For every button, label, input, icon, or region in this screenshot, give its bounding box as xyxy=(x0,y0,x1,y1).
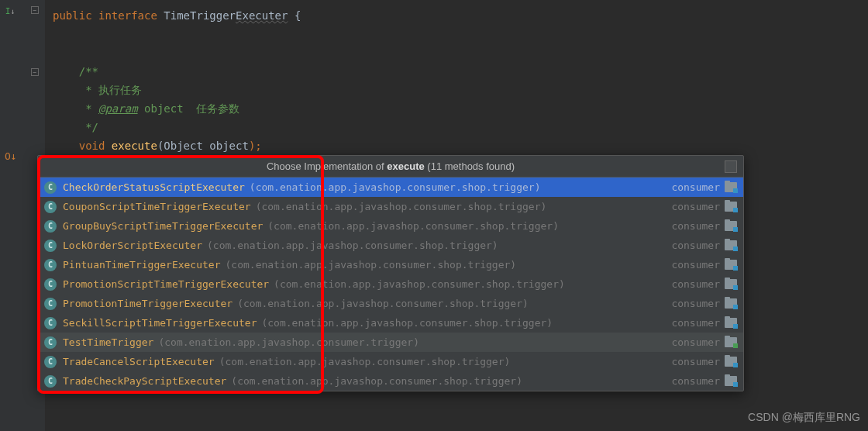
class-icon: C xyxy=(44,317,57,329)
implementation-package: (com.enation.app.javashop.consumer.shop.… xyxy=(231,375,522,387)
open-brace: { xyxy=(288,9,301,22)
module-name: consumer xyxy=(671,181,720,193)
implementation-class-name: CheckOrderStatusScriptExecuter xyxy=(63,181,245,193)
code-method-line: void execute(Object object); xyxy=(53,136,860,155)
implementation-class-name: PromotionTimeTriggerExecuter xyxy=(63,298,232,309)
implementation-package: (com.enation.app.javashop.consumer.shop.… xyxy=(226,259,517,271)
popup-title-method: execute xyxy=(387,160,424,172)
implementation-package: (com.enation.app.javashop.consumer.shop.… xyxy=(256,201,547,212)
implementation-item[interactable]: CLockOrderScriptExecuter(com.enation.app… xyxy=(38,236,743,255)
implementation-package: (com.enation.app.javashop.consumer.shop.… xyxy=(250,181,541,193)
class-icon: C xyxy=(44,259,57,271)
code-line: public interface TimeTriggerExecuter { xyxy=(53,6,860,25)
method-end: ); xyxy=(249,140,262,152)
fold-toggle-icon[interactable]: − xyxy=(31,68,39,76)
implementation-class-name: TestTimeTrigger xyxy=(63,336,153,348)
code-comment-line: * 执行任务 xyxy=(53,81,860,99)
folder-icon xyxy=(725,357,737,367)
popup-title-suffix: (11 methods found) xyxy=(425,160,515,172)
implementation-class-name: SeckillScriptTimeTriggerExecuter xyxy=(63,317,257,329)
method-name-text: execute xyxy=(105,140,157,152)
param-type: (Object xyxy=(157,140,209,152)
class-name-text: TimeTrigger xyxy=(164,9,236,22)
item-right-container: consumer xyxy=(671,336,737,348)
javadoc-close: */ xyxy=(79,121,98,133)
folder-icon xyxy=(725,298,737,309)
module-name: consumer xyxy=(671,336,720,348)
popup-title-prefix: Choose Implementation of xyxy=(267,160,387,172)
javadoc-desc: * 执行任务 xyxy=(79,84,142,96)
keyword-void: void xyxy=(79,140,105,152)
implementation-class-name: PromotionScriptTimeTriggerExecuter xyxy=(63,278,269,290)
class-icon: C xyxy=(44,181,57,194)
class-icon: C xyxy=(44,356,57,368)
implementation-item[interactable]: CPromotionScriptTimeTriggerExecuter(com.… xyxy=(38,274,743,294)
implementation-package: (com.enation.app.javashop.consumer.trigg… xyxy=(158,336,419,348)
module-name: consumer xyxy=(671,375,720,387)
javadoc-param-name: object xyxy=(138,102,184,115)
implementation-class-name: TradeCancelScriptExecuter xyxy=(63,356,215,367)
override-method-gutter-icon[interactable]: O↓ xyxy=(5,150,16,162)
module-name: consumer xyxy=(671,201,720,212)
folder-icon xyxy=(725,376,737,386)
implementation-item[interactable]: CPintuanTimeTriggerExecuter(com.enation.… xyxy=(38,255,743,274)
code-comment-line: * @param object 任务参数 xyxy=(53,99,860,118)
implementation-class-name: LockOrderScriptExecuter xyxy=(63,240,202,251)
class-name-underlined: Executer xyxy=(236,9,288,22)
implementation-package: (com.enation.app.javashop.consumer.shop.… xyxy=(274,278,565,290)
folder-icon xyxy=(725,337,737,347)
implementation-item[interactable]: CCouponScriptTimeTriggerExecuter(com.ena… xyxy=(38,197,743,216)
javadoc-open: /** xyxy=(79,65,98,78)
override-interface-icon: I xyxy=(5,6,11,16)
folder-icon xyxy=(725,260,737,270)
implementation-class-name: GroupBuyScriptTimeTriggerExecuter xyxy=(63,220,263,232)
code-blank-line xyxy=(53,25,860,43)
module-name: consumer xyxy=(671,259,720,271)
implementation-item[interactable]: CTradeCancelScriptExecuter(com.enation.a… xyxy=(38,352,743,371)
javadoc-param-tag: @param xyxy=(98,102,138,115)
pin-icon[interactable] xyxy=(725,160,737,173)
code-comment-line: */ xyxy=(53,118,860,136)
keyword-public: public xyxy=(53,9,92,22)
item-right-container: consumer xyxy=(671,298,737,309)
implementation-class-name: TradeCheckPayScriptExecuter xyxy=(63,375,226,387)
class-icon: C xyxy=(44,375,57,388)
param-name: object xyxy=(209,140,249,152)
module-name: consumer xyxy=(671,298,720,309)
implementation-package: (com.enation.app.javashop.consumer.shop.… xyxy=(261,317,553,329)
class-icon: C xyxy=(44,201,57,213)
folder-icon xyxy=(725,202,737,212)
implementation-list: CCheckOrderStatusScriptExecuter(com.enat… xyxy=(38,178,743,391)
implementation-item[interactable]: CSeckillScriptTimeTriggerExecuter(com.en… xyxy=(38,313,743,333)
module-name: consumer xyxy=(671,220,720,232)
class-icon: C xyxy=(44,220,57,233)
class-icon: C xyxy=(44,278,57,291)
class-icon: C xyxy=(44,336,57,349)
item-right-container: consumer xyxy=(671,356,737,367)
popup-header: Choose Implementation of execute (11 met… xyxy=(38,156,743,178)
keyword-interface: interface xyxy=(98,9,157,22)
folder-icon xyxy=(725,318,737,328)
folder-icon xyxy=(725,221,737,231)
item-right-container: consumer xyxy=(671,240,737,251)
implement-method-gutter-icon[interactable]: I ↓ xyxy=(5,5,16,16)
fold-toggle-icon[interactable]: − xyxy=(31,6,39,14)
implementation-item[interactable]: CCheckOrderStatusScriptExecuter(com.enat… xyxy=(38,178,743,197)
implementation-item[interactable]: CPromotionTimeTriggerExecuter(com.enatio… xyxy=(38,294,743,313)
implementation-popup: Choose Implementation of execute (11 met… xyxy=(37,155,744,391)
implementation-item[interactable]: CTestTimeTrigger(com.enation.app.javasho… xyxy=(38,333,743,352)
item-right-container: consumer xyxy=(671,317,737,329)
javadoc-param-desc: 任务参数 xyxy=(184,102,240,115)
implementation-package: (com.enation.app.javashop.consumer.shop.… xyxy=(267,220,559,232)
class-icon: C xyxy=(44,240,57,252)
item-right-container: consumer xyxy=(671,181,737,193)
implementation-item[interactable]: CTradeCheckPayScriptExecuter(com.enation… xyxy=(38,371,743,391)
item-right-container: consumer xyxy=(671,220,737,232)
implementation-class-name: CouponScriptTimeTriggerExecuter xyxy=(63,201,251,212)
implementation-package: (com.enation.app.javashop.consumer.shop.… xyxy=(207,240,498,251)
code-blank-line xyxy=(53,43,860,62)
implementation-item[interactable]: CGroupBuyScriptTimeTriggerExecuter(com.e… xyxy=(38,216,743,236)
javadoc-star: * xyxy=(79,102,98,115)
item-right-container: consumer xyxy=(671,278,737,290)
implementation-package: (com.enation.app.javashop.consumer.shop.… xyxy=(237,298,529,309)
